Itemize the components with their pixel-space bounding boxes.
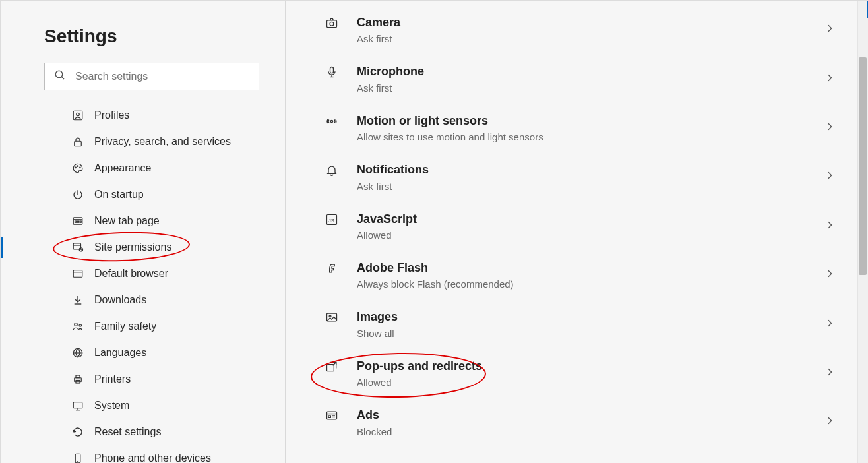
- chevron-right-icon: [824, 170, 835, 183]
- sidebar-item-new-tab[interactable]: New tab page: [44, 208, 259, 234]
- permission-title: Images: [357, 309, 824, 324]
- permission-title: Microphone: [357, 64, 824, 79]
- permission-camera[interactable]: Camera Ask first: [323, 1, 835, 55]
- svg-line-1: [61, 77, 64, 79]
- sidebar-item-label: Languages: [94, 347, 146, 359]
- sidebar-item-label: Family safety: [94, 321, 156, 332]
- scrollbar-thumb[interactable]: [859, 57, 867, 275]
- svg-point-3: [77, 113, 80, 116]
- svg-rect-24: [76, 375, 80, 378]
- family-icon: [71, 321, 85, 332]
- svg-point-5: [75, 167, 77, 168]
- appearance-icon: [71, 162, 85, 174]
- permission-sub: Allow sites to use motion and light sens…: [357, 131, 824, 142]
- svg-rect-31: [327, 20, 337, 28]
- sidebar: Settings Profiles Privacy, search, and s…: [1, 1, 286, 463]
- svg-point-36: [330, 120, 332, 122]
- svg-point-7: [80, 167, 81, 168]
- svg-rect-12: [80, 221, 81, 222]
- language-icon: [71, 347, 85, 359]
- sidebar-item-system[interactable]: System: [44, 392, 259, 419]
- svg-point-6: [77, 166, 78, 167]
- sidebar-item-label: Profiles: [94, 109, 129, 121]
- main-content: Camera Ask first Microphone Ask first: [286, 1, 868, 463]
- sidebar-item-phone[interactable]: Phone and other devices: [44, 445, 259, 463]
- sidebar-item-label: System: [94, 400, 129, 412]
- permission-title: Pop-ups and redirects: [357, 359, 824, 374]
- search-icon: [54, 69, 66, 84]
- printer-icon: [71, 373, 85, 385]
- chevron-right-icon: [824, 23, 835, 36]
- sidebar-item-label: Default browser: [94, 268, 168, 280]
- permission-popups[interactable]: Pop-ups and redirects Allowed: [323, 350, 835, 398]
- sidebar-item-privacy[interactable]: Privacy, search, and services: [44, 129, 259, 155]
- svg-point-0: [55, 71, 63, 78]
- sidebar-item-printers[interactable]: Printers: [44, 366, 259, 392]
- chevron-right-icon: [824, 268, 835, 282]
- svg-point-20: [79, 324, 81, 326]
- power-icon: [71, 189, 85, 201]
- svg-line-42: [333, 362, 336, 365]
- sidebar-item-on-startup[interactable]: On startup: [44, 181, 259, 208]
- sidebar-item-label: Appearance: [94, 162, 151, 174]
- system-icon: [71, 400, 85, 412]
- bell-icon: [323, 164, 341, 177]
- svg-text:JS: JS: [328, 218, 334, 224]
- permission-microphone[interactable]: Microphone Ask first: [323, 55, 835, 104]
- sidebar-item-label: On startup: [94, 189, 144, 201]
- permission-sub: Ask first: [357, 33, 824, 44]
- permission-notifications[interactable]: Notifications Ask first: [323, 153, 835, 202]
- sidebar-nav: Profiles Privacy, search, and services A…: [44, 102, 259, 463]
- download-icon: [71, 294, 85, 306]
- site-permissions-icon: [71, 241, 85, 253]
- permission-adobe-flash[interactable]: Adobe Flash Always block Flash (recommen…: [323, 251, 835, 300]
- svg-rect-45: [328, 416, 330, 417]
- sidebar-item-default-browser[interactable]: Default browser: [44, 261, 259, 287]
- sidebar-item-site-permissions[interactable]: Site permissions: [44, 234, 259, 261]
- javascript-icon: JS: [323, 213, 341, 226]
- permission-sub: Ask first: [357, 181, 824, 192]
- page-title: Settings: [44, 26, 259, 47]
- lock-icon: [71, 136, 85, 148]
- settings-page: Settings Profiles Privacy, search, and s…: [0, 0, 868, 463]
- svg-point-19: [75, 323, 78, 326]
- sidebar-item-reset[interactable]: Reset settings: [44, 419, 259, 445]
- microphone-icon: [323, 65, 341, 78]
- search-field[interactable]: [44, 63, 259, 90]
- sidebar-item-label: Site permissions: [94, 241, 171, 253]
- chevron-right-icon: [824, 73, 835, 86]
- sidebar-item-appearance[interactable]: Appearance: [44, 155, 259, 181]
- sidebar-item-label: Privacy, search, and services: [94, 136, 231, 148]
- sidebar-item-family-safety[interactable]: Family safety: [44, 313, 259, 340]
- svg-rect-4: [75, 141, 82, 146]
- new-tab-icon: [71, 215, 85, 227]
- svg-rect-11: [77, 221, 78, 222]
- scrollbar-track[interactable]: [857, 1, 868, 463]
- sidebar-item-label: Phone and other devices: [94, 452, 211, 463]
- profile-icon: [71, 109, 85, 121]
- sidebar-item-label: Reset settings: [94, 426, 161, 438]
- sidebar-item-languages[interactable]: Languages: [44, 340, 259, 366]
- permission-javascript[interactable]: JS JavaScript Allowed: [323, 202, 835, 251]
- ads-icon: [323, 409, 341, 422]
- images-icon: [323, 311, 341, 324]
- svg-point-40: [329, 315, 331, 317]
- chevron-right-icon: [824, 416, 835, 429]
- svg-rect-26: [73, 402, 82, 408]
- permission-sub: Allowed: [357, 230, 824, 241]
- permission-title: Motion or light sensors: [357, 113, 824, 129]
- permission-sub: Ask first: [357, 82, 824, 94]
- permission-images[interactable]: Images Show all: [323, 300, 835, 349]
- search-input[interactable]: [74, 70, 249, 83]
- sidebar-item-downloads[interactable]: Downloads: [44, 287, 259, 313]
- permission-title: Notifications: [357, 162, 824, 177]
- popup-icon: [323, 360, 341, 373]
- permission-title: Ads: [357, 408, 824, 423]
- sidebar-item-profiles[interactable]: Profiles: [44, 102, 259, 129]
- permission-motion-sensors[interactable]: Motion or light sensors Allow sites to u…: [323, 104, 835, 153]
- permission-title: Adobe Flash: [357, 261, 824, 276]
- permission-ads[interactable]: Ads Blocked: [323, 398, 835, 447]
- svg-point-32: [330, 22, 334, 26]
- permission-sub: Always block Flash (recommended): [357, 278, 824, 290]
- camera-icon: [323, 16, 341, 30]
